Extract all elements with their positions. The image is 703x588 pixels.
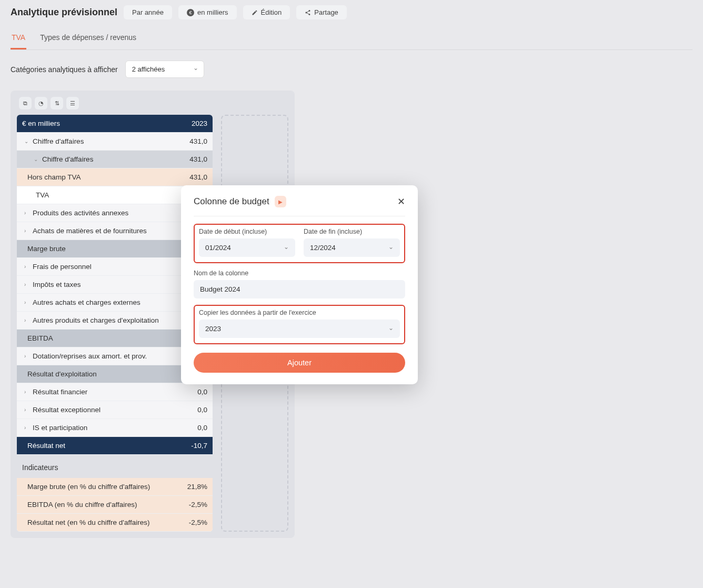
chevron-down-icon: ⌄ [34,156,39,162]
start-date-select[interactable]: 01/2024 [199,238,295,257]
sort-icon[interactable]: ⇅ [51,97,63,109]
date-range-highlight: Date de début (incluse) 01/2024 Date de … [194,224,405,263]
row-value: 0,0 [181,406,213,414]
page-title: Analytique prévisionnel [11,7,117,18]
row-label: Résultat net [27,442,65,450]
row-label: IS et participation [33,424,87,432]
play-icon: ▶ [275,196,286,207]
row-label: Achats de matières et de fournitures [33,227,147,235]
row-value: 0,0 [181,388,213,396]
add-button[interactable]: Ajouter [194,353,405,373]
end-date-label: Date de fin (incluse) [304,228,400,235]
chevron-right-icon: › [24,353,29,359]
row-label: Autres produits et charges d'exploitatio… [33,316,159,324]
row-value: 431,0 [181,137,213,145]
budget-column-modal: Colonne de budget ▶ ✕ Date de début (inc… [181,185,418,384]
indicator-row: Résultat net (en % du chiffre d'affaires… [17,514,213,532]
chevron-right-icon: › [24,282,29,287]
row-label: Résultat financier [33,388,87,396]
start-date-label: Date de début (incluse) [199,228,295,235]
tab-tva[interactable]: TVA [11,29,26,49]
copy-label: Copier les données à partir de l'exercic… [199,309,400,316]
copy-icon[interactable]: ⧉ [19,97,32,109]
table-header: € en milliers 2023 [17,115,213,133]
filter-label: Catégories analytiques à afficher [11,65,118,74]
table-row[interactable]: ›Résultat financier0,0 [17,383,213,401]
chart-icon[interactable]: ◔ [35,97,47,109]
row-label: Chiffre d'affaires [42,155,93,163]
row-label: Hors champ TVA [27,173,81,181]
column-name-input[interactable] [194,280,405,298]
row-label: Résultat exceptionnel [33,406,101,414]
indicator-label: Marge brute (en % du chiffre d'affaires) [17,483,181,491]
table-row[interactable]: ⌄Chiffre d'affaires431,0 [17,151,213,168]
thousands-button[interactable]: €en milliers [178,5,237,19]
close-icon[interactable]: ✕ [397,196,405,207]
pencil-icon [252,9,258,16]
row-value: -10,7 [181,442,213,450]
filter-row: Catégories analytiques à afficher 2 affi… [11,61,692,78]
table-row: Résultat net-10,7 [17,437,213,455]
table-row[interactable]: ›Résultat exceptionnel0,0 [17,401,213,419]
year-column: 2023 [181,119,213,127]
indicator-value: -2,5% [181,501,213,509]
row-label: Chiffre d'affaires [33,137,84,145]
copy-source-highlight: Copier les données à partir de l'exercic… [194,305,405,344]
header-bar: Analytique prévisionnel Par année €en mi… [11,5,692,19]
table-row[interactable]: ⌄Chiffre d'affaires431,0 [17,133,213,151]
indicators-title: Indicateurs [17,455,213,478]
by-year-button[interactable]: Par année [124,5,172,19]
mini-toolbar: ⧉ ◔ ⇅ ☰ [17,97,288,109]
row-label: Impôts et taxes [33,281,81,288]
chevron-right-icon: › [24,389,29,395]
indicator-label: Résultat net (en % du chiffre d'affaires… [17,519,181,526]
filter-select[interactable]: 2 affichées [125,61,204,78]
tab-types[interactable]: Types de dépenses / revenus [39,29,137,49]
row-value: 431,0 [181,173,213,181]
indicator-row: Marge brute (en % du chiffre d'affaires)… [17,478,213,496]
row-label: Dotation/reprises aux amort. et prov. [33,352,147,360]
chevron-right-icon: › [24,228,29,234]
indicator-value: -2,5% [181,519,213,526]
row-label: Produits des activités annexes [33,209,128,217]
row-label: Résultat d'exploitation [27,370,97,378]
row-value: 431,0 [181,155,213,163]
chevron-right-icon: › [24,300,29,305]
row-label: TVA [36,191,49,199]
row-label: Marge brute [27,245,66,253]
end-date-select[interactable]: 12/2024 [304,238,400,257]
row-label: Autres achats et charges externes [33,298,140,306]
table-row[interactable]: ›IS et participation0,0 [17,419,213,437]
table-row: Hors champ TVA431,0 [17,168,213,186]
chevron-right-icon: › [24,264,29,270]
euro-icon: € [187,9,194,16]
row-label: Frais de personnel [33,263,92,271]
chevron-right-icon: › [24,425,29,431]
chevron-right-icon: › [24,210,29,216]
indicator-label: EBITDA (en % du chiffre d'affaires) [17,501,181,509]
indicator-row: EBITDA (en % du chiffre d'affaires)-2,5% [17,496,213,514]
row-label: EBITDA [27,334,53,342]
column-name-label: Nom de la colonne [194,270,405,277]
indicator-value: 21,8% [181,483,213,491]
row-value: 0,0 [181,424,213,432]
edit-button[interactable]: Édition [243,5,290,19]
modal-title: Colonne de budget ▶ [194,196,286,207]
copy-year-select[interactable]: 2023 [199,320,400,338]
chevron-right-icon: › [24,407,29,413]
bars-icon[interactable]: ☰ [66,97,79,109]
share-icon [305,9,311,16]
tabs: TVA Types de dépenses / revenus [11,29,692,50]
share-button[interactable]: Partage [296,5,347,19]
chevron-down-icon: ⌄ [24,138,29,144]
chevron-right-icon: › [24,317,29,323]
